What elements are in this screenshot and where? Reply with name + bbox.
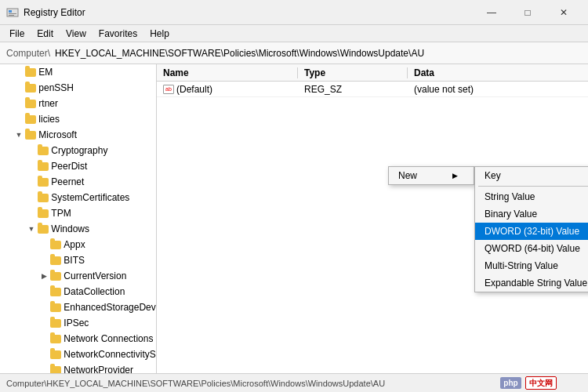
row-name: ab (Default) <box>157 84 298 95</box>
col-header-name: Name <box>157 67 298 78</box>
ctx-submenu-arrow: ▶ <box>452 172 458 180</box>
tree-item-systemcerts[interactable]: SystemCertificates <box>0 190 156 205</box>
app-icon <box>6 6 19 19</box>
tree-item-cryptography[interactable]: Cryptography <box>0 143 156 158</box>
tree-label: EnhancedStorageDevices <box>64 302 157 313</box>
tree-label: Network Connections <box>64 333 153 344</box>
tree-item-networkprovider[interactable]: NetworkProvider <box>0 362 156 373</box>
folder-icon <box>25 68 36 77</box>
folder-icon <box>38 162 49 171</box>
ctx-item-multistring-value[interactable]: Multi-String Value <box>475 257 588 274</box>
tree-item-em[interactable]: EM <box>0 64 156 80</box>
row-data: (value not set) <box>408 84 588 95</box>
svg-rect-1 <box>9 10 12 13</box>
tree-item-rtner[interactable]: rtner <box>0 96 156 111</box>
ctx-separator <box>478 186 588 187</box>
tree-label: rtner <box>38 98 58 109</box>
tree-item-peerdist[interactable]: PeerDist <box>0 158 156 174</box>
menu-file[interactable]: File <box>3 27 31 41</box>
tree-label: Cryptography <box>51 145 107 156</box>
table-header: Name Type Data <box>157 64 588 82</box>
tree-label: licies <box>38 114 60 125</box>
ctx-new-label: New <box>398 170 417 181</box>
tree-label: IPSec <box>64 318 89 328</box>
ctx-item-label: DWORD (32-bit) Value <box>485 226 579 237</box>
cn-badge: 中文网 <box>525 376 557 390</box>
tree-item-currentversion[interactable]: ▶ CurrentVersion <box>0 268 156 284</box>
tree-item-microsoft[interactable]: ▼ Microsoft <box>0 127 156 143</box>
folder-icon <box>50 288 61 296</box>
col-header-type: Type <box>298 67 408 78</box>
menu-help[interactable]: Help <box>143 27 176 41</box>
tree-label: BITS <box>64 255 85 266</box>
expand-arrow: ▼ <box>25 225 38 233</box>
address-label: Computer\ <box>6 48 50 59</box>
folder-icon <box>25 115 36 124</box>
menu-edit[interactable]: Edit <box>31 27 60 41</box>
maximize-button[interactable]: □ <box>510 0 546 25</box>
context-menu-new: New ▶ <box>388 166 474 185</box>
folder-icon <box>38 209 49 218</box>
folder-icon <box>25 131 36 140</box>
tree-label: TPM <box>51 208 71 219</box>
ctx-item-label: Expandable String Value <box>485 278 587 289</box>
svg-rect-3 <box>9 15 14 16</box>
address-path: HKEY_LOCAL_MACHINE\SOFTWARE\Policies\Mic… <box>55 48 582 59</box>
ctx-item-key[interactable]: Key <box>475 167 588 184</box>
folder-icon <box>50 272 61 281</box>
menu-view[interactable]: View <box>60 27 93 41</box>
tree-item-tpm[interactable]: TPM <box>0 205 156 221</box>
tree-item-datacollection[interactable]: DataCollection <box>0 284 156 299</box>
minimize-button[interactable]: — <box>474 0 510 25</box>
row-name-text: (Default) <box>176 84 212 95</box>
tree-item-peernet[interactable]: Peernet <box>0 174 156 190</box>
table-row[interactable]: ab (Default) REG_SZ (value not set) <box>157 82 588 97</box>
folder-icon <box>38 225 49 234</box>
folder-icon <box>50 241 61 249</box>
folder-icon <box>50 350 61 359</box>
ctx-item-label: Multi-String Value <box>485 260 558 271</box>
ctx-item-label: String Value <box>485 191 535 202</box>
expand-arrow: ▼ <box>13 131 25 139</box>
folder-icon <box>38 147 49 155</box>
tree-item-licies[interactable]: licies <box>0 111 156 127</box>
context-menu-sub: Key String Value Binary Value DWORD (32-… <box>474 166 588 292</box>
folder-icon <box>50 319 61 328</box>
tree-item-openssh[interactable]: penSSH <box>0 80 156 96</box>
folder-icon <box>50 303 61 312</box>
tree-label: NetworkProvider <box>64 365 133 373</box>
tree-label: PeerDist <box>51 161 87 172</box>
menu-bar: File Edit View Favorites Help <box>0 25 588 42</box>
watermark: php 中文网 <box>500 377 557 389</box>
folder-icon <box>25 84 36 93</box>
tree-label: Microsoft <box>38 129 77 140</box>
menu-favorites[interactable]: Favorites <box>93 27 143 41</box>
tree-item-ncsi[interactable]: NetworkConnectivityStatusIndicator <box>0 347 156 362</box>
tree-label: EM <box>38 67 53 78</box>
tree-item-ipsec[interactable]: IPSec <box>0 315 156 331</box>
close-button[interactable]: ✕ <box>546 0 582 25</box>
window-controls: — □ ✕ <box>474 0 582 25</box>
tree-item-windows[interactable]: ▼ Windows <box>0 221 156 237</box>
tree-label: SystemCertificates <box>51 192 129 203</box>
tree-item-appx[interactable]: Appx <box>0 237 156 252</box>
ctx-item-binary-value[interactable]: Binary Value <box>475 205 588 223</box>
tree-item-networkconn[interactable]: Network Connections <box>0 331 156 347</box>
tree-item-enhancedstorage[interactable]: EnhancedStorageDevices <box>0 299 156 315</box>
window-title: Registry Editor <box>24 7 474 18</box>
folder-icon <box>50 256 61 265</box>
tree-label: NetworkConnectivityStatusIndicator <box>64 349 157 360</box>
right-panel: Name Type Data ab (Default) REG_SZ (valu… <box>157 64 588 373</box>
ctx-item-expandable-string[interactable]: Expandable String Value <box>475 274 588 292</box>
ctx-new-item[interactable]: New ▶ <box>389 167 474 184</box>
folder-icon <box>50 366 61 374</box>
tree-item-bits[interactable]: BITS <box>0 252 156 268</box>
ctx-item-dword-value[interactable]: DWORD (32-bit) Value <box>475 223 588 240</box>
ctx-item-label: QWORD (64-bit) Value <box>485 243 580 254</box>
tree-label: Peernet <box>51 176 84 187</box>
row-type: REG_SZ <box>298 84 408 95</box>
ctx-item-qword-value[interactable]: QWORD (64-bit) Value <box>475 240 588 257</box>
tree-label: DataCollection <box>64 286 125 297</box>
tree-label: Appx <box>64 239 85 250</box>
ctx-item-string-value[interactable]: String Value <box>475 188 588 205</box>
